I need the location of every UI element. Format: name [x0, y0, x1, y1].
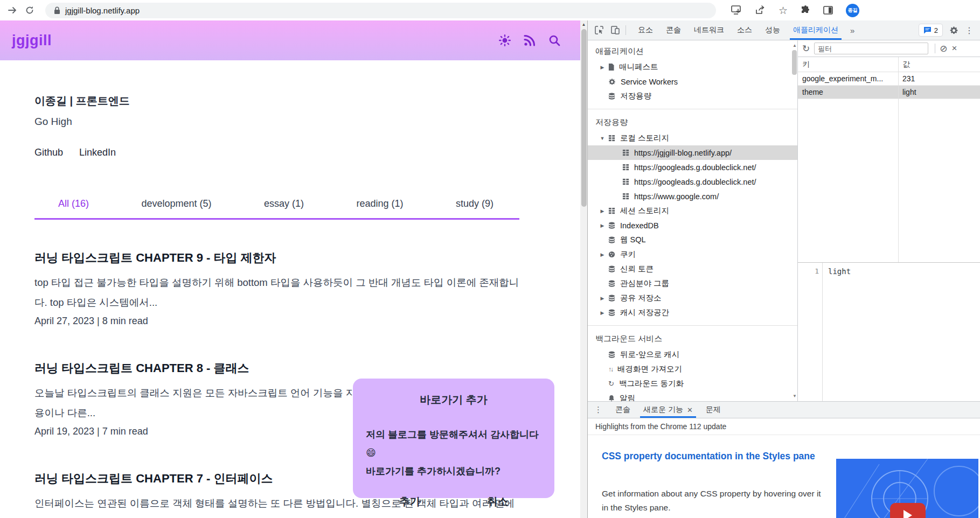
profile-avatar[interactable]: 종길	[846, 4, 859, 17]
sync-icon: ↻	[608, 380, 614, 388]
whats-new-header: Highlights from the Chrome 112 update	[588, 418, 980, 435]
modal-confirm-button[interactable]: 추가	[399, 494, 421, 509]
expander-closed-icon[interactable]: ▶	[600, 208, 605, 214]
expander-closed-icon[interactable]: ▶	[600, 252, 605, 257]
sidebar-item[interactable]: 신뢰 토큰	[588, 262, 797, 276]
devtools-tab-네트워크[interactable]: 네트워크	[687, 20, 731, 40]
side-panel-icon[interactable]	[823, 6, 833, 15]
storage-row[interactable]: themelight	[798, 86, 980, 99]
badge-count: 2	[934, 26, 938, 34]
expander-closed-icon[interactable]: ▶	[600, 223, 605, 228]
reload-icon[interactable]	[25, 5, 34, 15]
lock-icon[interactable]	[54, 6, 60, 15]
devtools-tab-성능[interactable]: 성능	[759, 20, 787, 40]
page-scrollbar[interactable]: ▲	[580, 20, 587, 518]
screen: jgjgill-blog.netlify.app ☆ 종길 jgjgill	[0, 0, 980, 518]
sidebar-item[interactable]: 관심분야 그룹	[588, 276, 797, 291]
blog-tab-study[interactable]: study (9)	[456, 198, 494, 209]
clear-icon[interactable]: ×	[952, 43, 957, 54]
sidebar-item[interactable]: https://googleads.g.doubleclick.net/	[588, 174, 797, 189]
devtools-tab-애플리케이션[interactable]: 애플리케이션	[787, 20, 845, 40]
article-title-link[interactable]: CSS property documentation in the Styles…	[602, 449, 833, 463]
devtools-tab-콘솔[interactable]: 콘솔	[659, 20, 687, 40]
devtools-menu-dots-icon[interactable]: ⋮	[965, 25, 974, 36]
expander-closed-icon[interactable]: ▶	[600, 65, 605, 70]
key-column-header[interactable]: 키	[798, 60, 898, 69]
modal-cancel-button[interactable]: 취소	[487, 494, 509, 509]
sidebar-item-label: https://www.google.com/	[634, 192, 723, 201]
drawer-tab-문제[interactable]: 문제	[699, 402, 727, 418]
install-icon[interactable]	[731, 5, 742, 15]
extensions-icon[interactable]	[801, 5, 810, 15]
github-link[interactable]: Github	[34, 147, 63, 158]
devtools-tab-소스[interactable]: 소스	[731, 20, 759, 40]
sidebar-item[interactable]: ▶캐시 저장공간	[588, 305, 797, 320]
storage-row-value: 231	[898, 74, 980, 83]
blog-tab-all[interactable]: All (16)	[58, 198, 89, 209]
sidebar-item[interactable]: 뒤로-앞으로 캐시	[588, 347, 797, 362]
blog-logo[interactable]: jgjgill	[12, 32, 52, 49]
drawer-menu-dots-icon[interactable]: ⋮	[588, 405, 609, 415]
sidebar-item[interactable]: 저장용량	[588, 89, 797, 103]
sidebar-item[interactable]: ▶IndexedDB	[588, 218, 797, 233]
devtools-tabs: 요소콘솔네트워크소스성능애플리케이션	[631, 20, 845, 40]
sidebar-scroll-up-icon[interactable]: ▲	[793, 43, 797, 48]
expander-open-icon[interactable]: ▼	[600, 136, 605, 141]
expander-closed-icon[interactable]: ▶	[600, 310, 605, 316]
issues-message-badge[interactable]: 2	[919, 24, 943, 37]
youtube-play-icon[interactable]	[890, 503, 926, 518]
linkedin-link[interactable]: LinkedIn	[79, 147, 116, 158]
sidebar-item[interactable]: https://googleads.g.doubleclick.net/	[588, 160, 797, 174]
scroll-up-arrow-icon[interactable]: ▲	[580, 20, 587, 28]
profile-name: 이종길 | 프론트엔드	[34, 94, 560, 108]
drawer-tab-새로운 기능[interactable]: 새로운 기능✕	[637, 402, 699, 418]
sidebar-item[interactable]: https://jgjgill-blog.netlify.app/	[588, 145, 797, 160]
value-column-header[interactable]: 값	[898, 60, 980, 69]
sidebar-item[interactable]: Service Workers	[588, 74, 797, 89]
blog-tab-essay[interactable]: essay (1)	[264, 198, 304, 209]
refresh-icon[interactable]: ↻	[802, 43, 810, 54]
sidebar-item[interactable]: https://www.google.com/	[588, 189, 797, 204]
filter-input[interactable]	[814, 43, 928, 54]
sidebar-item[interactable]: 웹 SQL	[588, 233, 797, 247]
sidebar-item[interactable]: 알림	[588, 391, 797, 401]
sidebar-item-label: Service Workers	[621, 78, 682, 86]
blog-tab-reading[interactable]: reading (1)	[356, 198, 403, 209]
drawer-tab-콘솔[interactable]: 콘솔	[609, 402, 637, 418]
sidebar-item[interactable]: ▶쿠키	[588, 247, 797, 262]
device-toolbar-icon[interactable]	[610, 25, 620, 35]
more-tabs-chevron[interactable]: »	[845, 26, 860, 35]
sidebar-item[interactable]: ▶매니페스트	[588, 60, 797, 74]
sidebar-item[interactable]: ↑↓배경화면 가져오기	[588, 362, 797, 376]
address-bar[interactable]: jgjgill-blog.netlify.app	[45, 3, 716, 18]
article-body: Get information about any CSS property b…	[602, 487, 828, 515]
page-scrollbar-thumb[interactable]	[581, 29, 587, 207]
search-icon[interactable]	[548, 34, 561, 47]
sidebar-scroll-down-icon[interactable]: ▼	[793, 394, 797, 398]
blog-tab-development[interactable]: development (5)	[141, 198, 211, 209]
video-thumbnail[interactable]	[836, 459, 978, 518]
storage-row[interactable]: google_experiment_m...231	[798, 72, 980, 86]
blog-page: jgjgill 이종길 | 프론트엔드 Go High Github Linke…	[0, 20, 580, 518]
theme-toggle-sun-icon[interactable]	[498, 34, 511, 47]
inspect-element-icon[interactable]	[594, 25, 604, 35]
post-title-link[interactable]: 러닝 타입스크립트 CHAPTER 9 - 타입 제한자	[34, 250, 522, 266]
bookmark-star-icon[interactable]: ☆	[779, 5, 788, 16]
sidebar-item[interactable]: ↻백그라운드 동기화	[588, 376, 797, 391]
post-title-link[interactable]: 러닝 타입스크립트 CHAPTER 8 - 클래스	[34, 360, 522, 376]
db-icon	[608, 280, 615, 287]
rss-icon[interactable]	[523, 34, 536, 47]
sidebar-item[interactable]: ▶공유 저장소	[588, 291, 797, 305]
settings-gear-icon[interactable]	[949, 26, 958, 35]
forward-icon[interactable]	[8, 5, 17, 15]
sidebar-item[interactable]: ▼로컬 스토리지	[588, 131, 797, 145]
devtools-tab-요소[interactable]: 요소	[631, 20, 659, 40]
expander-closed-icon[interactable]: ▶	[600, 296, 605, 301]
share-icon[interactable]	[755, 5, 766, 15]
storage-table-header: 키 값	[798, 57, 980, 72]
add-shortcut-modal: 바로가기 추가 저의 블로그를 방문해주셔서 감사합니다😄 바로가기를 추가하시…	[353, 379, 554, 498]
sidebar-scrollbar-thumb[interactable]	[792, 50, 797, 75]
block-icon[interactable]: ⊘	[940, 43, 947, 54]
close-tab-icon[interactable]: ✕	[687, 406, 693, 414]
sidebar-item[interactable]: ▶세션 스토리지	[588, 204, 797, 218]
